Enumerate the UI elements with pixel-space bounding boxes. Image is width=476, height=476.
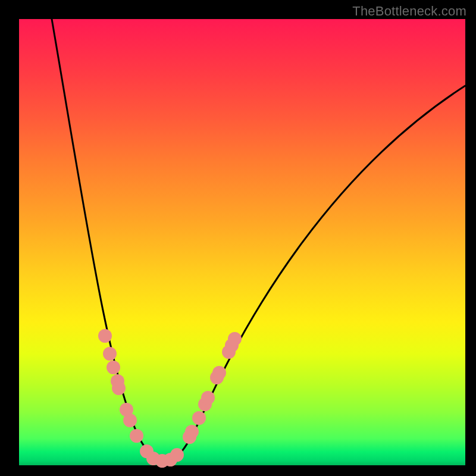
curve-path (52, 19, 465, 461)
bottleneck-curve (19, 19, 465, 465)
data-marker (107, 361, 120, 374)
data-marker (228, 332, 242, 346)
data-marker (185, 425, 199, 439)
data-marker (112, 381, 126, 395)
data-marker (103, 347, 117, 361)
data-marker (123, 414, 137, 427)
data-marker (201, 391, 215, 405)
data-marker (130, 429, 143, 443)
data-marker (212, 366, 226, 380)
plot-area (19, 19, 465, 465)
watermark-text: TheBottleneck.com (352, 4, 466, 19)
data-marker (192, 411, 206, 425)
data-marker (98, 329, 112, 343)
data-marker (170, 448, 184, 462)
chart-stage: TheBottleneck.com (0, 0, 476, 476)
